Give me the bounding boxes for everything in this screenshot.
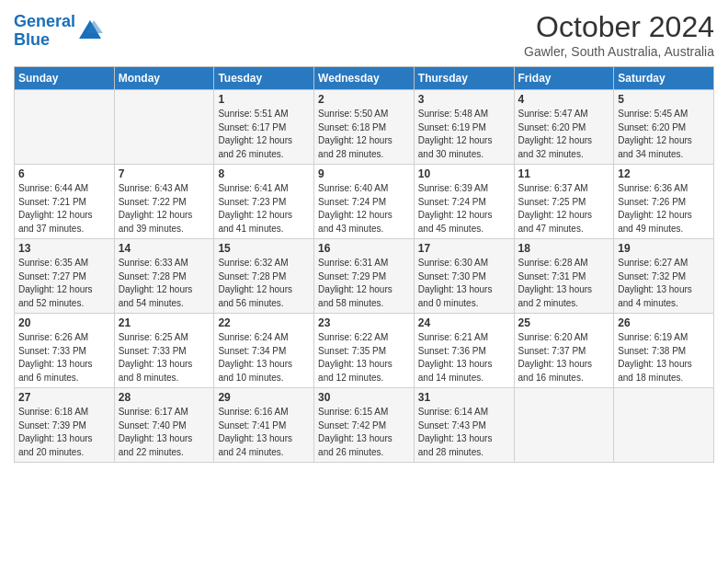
day-cell: 4Sunrise: 5:47 AMSunset: 6:20 PMDaylight… (514, 90, 614, 165)
day-info: Sunrise: 5:48 AMSunset: 6:19 PMDaylight:… (418, 108, 510, 161)
day-cell: 17Sunrise: 6:30 AMSunset: 7:30 PMDayligh… (414, 239, 514, 314)
day-info: Sunrise: 6:15 AMSunset: 7:42 PMDaylight:… (318, 406, 410, 459)
col-header-saturday: Saturday (614, 67, 714, 90)
week-row-3: 13Sunrise: 6:35 AMSunset: 7:27 PMDayligh… (15, 239, 714, 314)
day-info: Sunrise: 6:43 AMSunset: 7:22 PMDaylight:… (119, 182, 210, 236)
day-info: Sunrise: 6:19 AMSunset: 7:38 PMDaylight:… (618, 331, 710, 385)
day-cell: 31Sunrise: 6:14 AMSunset: 7:43 PMDayligh… (414, 388, 514, 463)
day-cell: 16Sunrise: 6:31 AMSunset: 7:29 PMDayligh… (314, 239, 415, 314)
day-cell (15, 90, 115, 165)
day-cell: 8Sunrise: 6:41 AMSunset: 7:23 PMDaylight… (214, 165, 314, 239)
day-info: Sunrise: 6:39 AMSunset: 7:24 PMDaylight:… (418, 182, 510, 236)
week-row-5: 27Sunrise: 6:18 AMSunset: 7:39 PMDayligh… (15, 388, 714, 463)
day-info: Sunrise: 6:37 AMSunset: 7:25 PMDaylight:… (518, 182, 610, 236)
week-row-4: 20Sunrise: 6:26 AMSunset: 7:33 PMDayligh… (15, 314, 714, 388)
day-cell: 2Sunrise: 5:50 AMSunset: 6:18 PMDaylight… (314, 90, 415, 165)
day-info: Sunrise: 6:22 AMSunset: 7:35 PMDaylight:… (318, 331, 410, 385)
day-cell: 25Sunrise: 6:20 AMSunset: 7:37 PMDayligh… (514, 314, 614, 388)
header-row: SundayMondayTuesdayWednesdayThursdayFrid… (15, 67, 714, 90)
day-number: 5 (618, 93, 710, 106)
day-cell: 3Sunrise: 5:48 AMSunset: 6:19 PMDaylight… (414, 90, 514, 165)
day-info: Sunrise: 6:36 AMSunset: 7:26 PMDaylight:… (618, 182, 710, 236)
day-cell: 26Sunrise: 6:19 AMSunset: 7:38 PMDayligh… (614, 314, 714, 388)
day-info: Sunrise: 6:28 AMSunset: 7:31 PMDaylight:… (518, 257, 610, 310)
day-cell: 24Sunrise: 6:21 AMSunset: 7:36 PMDayligh… (414, 314, 514, 388)
col-header-friday: Friday (514, 67, 614, 90)
day-number: 28 (119, 391, 210, 404)
day-cell (114, 90, 214, 165)
day-number: 8 (218, 167, 310, 180)
day-number: 21 (119, 316, 210, 329)
day-info: Sunrise: 5:47 AMSunset: 6:20 PMDaylight:… (518, 108, 610, 161)
day-info: Sunrise: 6:31 AMSunset: 7:29 PMDaylight:… (318, 257, 410, 310)
day-cell: 19Sunrise: 6:27 AMSunset: 7:32 PMDayligh… (614, 239, 714, 314)
day-number: 27 (18, 391, 110, 404)
logo-blue: Blue (14, 30, 50, 49)
day-cell: 7Sunrise: 6:43 AMSunset: 7:22 PMDaylight… (114, 165, 214, 239)
day-cell (614, 388, 714, 463)
day-info: Sunrise: 6:44 AMSunset: 7:21 PMDaylight:… (18, 182, 110, 236)
logo-icon (77, 18, 103, 44)
day-info: Sunrise: 6:27 AMSunset: 7:32 PMDaylight:… (618, 257, 710, 310)
day-cell: 23Sunrise: 6:22 AMSunset: 7:35 PMDayligh… (314, 314, 415, 388)
month-title: October 2024 (524, 9, 714, 44)
logo-text: General Blue (14, 13, 75, 50)
day-info: Sunrise: 6:32 AMSunset: 7:28 PMDaylight:… (218, 257, 310, 310)
day-number: 30 (318, 391, 410, 404)
day-info: Sunrise: 6:16 AMSunset: 7:41 PMDaylight:… (218, 406, 310, 459)
day-number: 6 (18, 167, 110, 180)
day-number: 17 (418, 242, 510, 255)
day-number: 10 (418, 167, 510, 180)
day-cell: 10Sunrise: 6:39 AMSunset: 7:24 PMDayligh… (414, 165, 514, 239)
day-info: Sunrise: 6:33 AMSunset: 7:28 PMDaylight:… (119, 257, 210, 310)
day-cell: 18Sunrise: 6:28 AMSunset: 7:31 PMDayligh… (514, 239, 614, 314)
day-info: Sunrise: 6:25 AMSunset: 7:33 PMDaylight:… (119, 331, 210, 385)
location: Gawler, South Australia, Australia (524, 44, 714, 59)
day-number: 15 (218, 242, 310, 255)
col-header-wednesday: Wednesday (314, 67, 415, 90)
day-cell: 27Sunrise: 6:18 AMSunset: 7:39 PMDayligh… (15, 388, 115, 463)
header: General Blue October 2024 Gawler, South … (14, 9, 714, 59)
day-info: Sunrise: 6:21 AMSunset: 7:36 PMDaylight:… (418, 331, 510, 385)
day-number: 3 (418, 93, 510, 106)
day-number: 7 (119, 167, 210, 180)
day-number: 16 (318, 242, 410, 255)
day-cell: 12Sunrise: 6:36 AMSunset: 7:26 PMDayligh… (614, 165, 714, 239)
day-info: Sunrise: 6:26 AMSunset: 7:33 PMDaylight:… (18, 331, 110, 385)
day-number: 4 (518, 93, 610, 106)
col-header-thursday: Thursday (414, 67, 514, 90)
title-block: October 2024 Gawler, South Australia, Au… (524, 9, 714, 59)
col-header-monday: Monday (114, 67, 214, 90)
day-cell: 6Sunrise: 6:44 AMSunset: 7:21 PMDaylight… (15, 165, 115, 239)
day-number: 12 (618, 167, 710, 180)
day-info: Sunrise: 5:45 AMSunset: 6:20 PMDaylight:… (618, 108, 710, 161)
day-info: Sunrise: 6:24 AMSunset: 7:34 PMDaylight:… (218, 331, 310, 385)
day-number: 20 (18, 316, 110, 329)
day-number: 25 (518, 316, 610, 329)
logo: General Blue (14, 13, 103, 50)
day-info: Sunrise: 6:30 AMSunset: 7:30 PMDaylight:… (418, 257, 510, 310)
day-info: Sunrise: 6:17 AMSunset: 7:40 PMDaylight:… (119, 406, 210, 459)
day-cell: 13Sunrise: 6:35 AMSunset: 7:27 PMDayligh… (15, 239, 115, 314)
day-info: Sunrise: 6:20 AMSunset: 7:37 PMDaylight:… (518, 331, 610, 385)
day-cell: 11Sunrise: 6:37 AMSunset: 7:25 PMDayligh… (514, 165, 614, 239)
day-cell: 29Sunrise: 6:16 AMSunset: 7:41 PMDayligh… (214, 388, 314, 463)
page: General Blue October 2024 Gawler, South … (0, 0, 728, 563)
logo-general: General (14, 12, 75, 30)
day-cell: 30Sunrise: 6:15 AMSunset: 7:42 PMDayligh… (314, 388, 415, 463)
day-number: 26 (618, 316, 710, 329)
calendar-table: SundayMondayTuesdayWednesdayThursdayFrid… (14, 66, 714, 463)
day-cell: 9Sunrise: 6:40 AMSunset: 7:24 PMDaylight… (314, 165, 415, 239)
day-info: Sunrise: 5:51 AMSunset: 6:17 PMDaylight:… (218, 108, 310, 161)
week-row-2: 6Sunrise: 6:44 AMSunset: 7:21 PMDaylight… (15, 165, 714, 239)
col-header-tuesday: Tuesday (214, 67, 314, 90)
day-cell (514, 388, 614, 463)
day-cell: 14Sunrise: 6:33 AMSunset: 7:28 PMDayligh… (114, 239, 214, 314)
day-info: Sunrise: 6:35 AMSunset: 7:27 PMDaylight:… (18, 257, 110, 310)
day-number: 11 (518, 167, 610, 180)
day-number: 13 (18, 242, 110, 255)
week-row-1: 1Sunrise: 5:51 AMSunset: 6:17 PMDaylight… (15, 90, 714, 165)
day-cell: 20Sunrise: 6:26 AMSunset: 7:33 PMDayligh… (15, 314, 115, 388)
day-info: Sunrise: 5:50 AMSunset: 6:18 PMDaylight:… (318, 108, 410, 161)
day-number: 24 (418, 316, 510, 329)
